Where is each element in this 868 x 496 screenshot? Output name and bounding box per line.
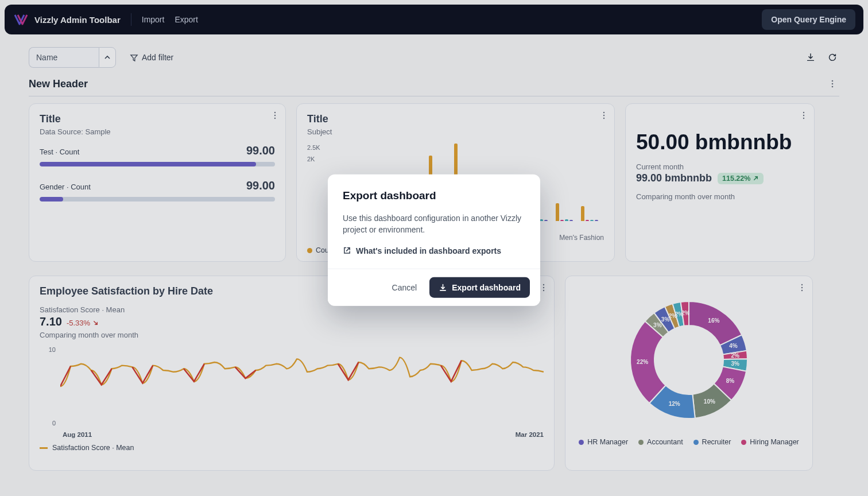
legend-swatch-icon <box>741 440 746 445</box>
metric-row: Test · Count 99.00 <box>40 144 275 166</box>
download-button[interactable] <box>804 51 817 64</box>
kpi-change-badge: 115.22% <box>718 173 764 184</box>
x-tick: Mar 2021 <box>516 431 544 438</box>
legend-swatch-icon <box>579 440 584 445</box>
modal-title: Export dashboard <box>343 189 525 202</box>
legend-label: Satisfaction Score · Mean <box>52 444 134 452</box>
legend-item: HR Manager <box>579 438 628 446</box>
y-tick: 2K <box>307 156 320 162</box>
progress-fill <box>40 162 256 166</box>
legend-label: Hiring Manager <box>750 438 799 446</box>
card-title: Title <box>40 113 275 125</box>
external-link-icon <box>343 246 351 255</box>
svg-text:10%: 10% <box>704 398 715 405</box>
svg-point-14 <box>543 290 544 291</box>
card-menu-button[interactable] <box>539 281 553 294</box>
line-chart-value: 7.10 <box>40 315 62 328</box>
import-link[interactable]: Import <box>142 15 165 24</box>
export-dashboard-button[interactable]: Export dashboard <box>429 277 530 298</box>
card-menu-button[interactable] <box>270 108 284 122</box>
modal-help-link-label: What's included in dashboard exports <box>356 246 501 255</box>
svg-point-12 <box>543 284 544 285</box>
svg-point-2 <box>832 86 834 88</box>
svg-point-10 <box>803 115 804 116</box>
section-header: New Header <box>29 78 839 96</box>
filter-row: Name Add filter <box>29 46 839 69</box>
legend-swatch-icon <box>693 440 699 445</box>
bar-chart-y-ticks: 2.5K 2K <box>307 144 320 162</box>
donut-svg: 16%4%2%3%8%10%12%22%3%3%2%2%2% <box>620 291 758 429</box>
svg-point-15 <box>801 284 803 285</box>
vertical-dots-icon <box>799 111 808 120</box>
chevron-up-icon <box>104 54 111 61</box>
name-filter-dropdown[interactable]: Name <box>29 47 99 68</box>
kpi-big-value: 50.00 bmbnnbb <box>636 130 804 154</box>
add-filter-label: Add filter <box>142 53 173 62</box>
card-title: Title <box>307 113 604 125</box>
line-chart-legend: Satisfaction Score · Mean <box>40 444 544 452</box>
modal-description: Use this dashboard configuration in anot… <box>343 212 525 236</box>
progress-fill <box>40 197 63 202</box>
modal-help-link[interactable]: What's included in dashboard exports <box>343 246 501 255</box>
download-icon <box>439 283 447 292</box>
line-chart-footnote: Comparing month over month <box>40 331 544 339</box>
name-filter-select[interactable]: Name <box>29 47 116 68</box>
svg-text:22%: 22% <box>637 359 648 365</box>
card-menu-button[interactable] <box>799 108 813 122</box>
open-query-engine-button[interactable]: Open Query Engine <box>762 9 855 30</box>
card-donut-chart: 16%4%2%3%8%10%12%22%3%3%2%2%2% HR Manage… <box>565 276 813 471</box>
legend-item: Accountant <box>638 438 683 446</box>
vertical-dots-icon <box>539 283 548 292</box>
y-tick: 0 <box>40 420 56 427</box>
filter-icon <box>130 53 138 62</box>
export-dashboard-button-label: Export dashboard <box>452 283 521 292</box>
cancel-button[interactable]: Cancel <box>388 277 422 298</box>
svg-text:2%: 2% <box>731 352 739 359</box>
donut-legend: HR ManagerAccountantRecruiterHiring Mana… <box>576 438 802 446</box>
svg-text:3%: 3% <box>731 361 739 367</box>
metric-label: Gender · Count <box>40 183 91 191</box>
legend-item: Recruiter <box>693 438 731 446</box>
svg-point-4 <box>274 115 276 116</box>
section-header-menu-button[interactable] <box>826 77 839 91</box>
modal-body: Export dashboard Use this dashboard conf… <box>328 175 540 269</box>
svg-point-13 <box>543 287 544 288</box>
line-chart-svg <box>60 346 544 427</box>
legend-label: Recruiter <box>702 438 731 446</box>
card-menu-button[interactable] <box>599 108 613 122</box>
card-menu-button[interactable] <box>797 281 811 294</box>
vertical-dots-icon <box>828 79 837 88</box>
arrow-up-right-icon <box>753 175 759 181</box>
legend-swatch-icon <box>40 447 48 449</box>
line-chart-area: 10 0 Aug 2011 Mar 2021 <box>40 346 544 438</box>
vertical-dots-icon <box>270 111 280 120</box>
svg-point-6 <box>603 112 604 113</box>
line-chart-x-ticks: Aug 2011 Mar 2021 <box>63 431 544 438</box>
legend-item: Hiring Manager <box>741 438 799 446</box>
name-filter-caret-button[interactable] <box>99 47 116 68</box>
card-subtitle: Satisfaction Score · Mean <box>40 305 544 314</box>
line-chart-change-value: -5.33% <box>67 319 90 327</box>
line-chart-value-row: 7.10 -5.33% <box>40 315 99 328</box>
kpi-footnote: Comparing month over month <box>636 192 804 201</box>
add-filter-button[interactable]: Add filter <box>130 53 173 62</box>
svg-text:3%: 3% <box>653 322 662 328</box>
section-header-title: New Header <box>29 78 839 90</box>
top-actions <box>804 51 839 64</box>
svg-point-5 <box>274 118 276 119</box>
line-chart-change: -5.33% <box>67 319 99 327</box>
refresh-button[interactable] <box>826 51 839 64</box>
svg-point-16 <box>801 287 803 288</box>
donut-wrap: 16%4%2%3%8%10%12%22%3%3%2%2%2% <box>576 291 802 429</box>
kpi-change-value: 115.22% <box>722 175 750 183</box>
legend-swatch-icon <box>638 440 644 445</box>
card-subtitle: Data Source: Sample <box>40 127 275 136</box>
kpi-sub-label: Current month <box>636 162 804 171</box>
admin-toolbar-title: Vizzly Admin Toolbar <box>34 15 121 25</box>
progress-track <box>40 162 275 166</box>
svg-text:12%: 12% <box>669 401 680 407</box>
export-link[interactable]: Export <box>175 15 197 24</box>
svg-point-11 <box>803 118 804 119</box>
export-dashboard-modal: Export dashboard Use this dashboard conf… <box>328 175 540 306</box>
svg-text:16%: 16% <box>708 317 719 324</box>
